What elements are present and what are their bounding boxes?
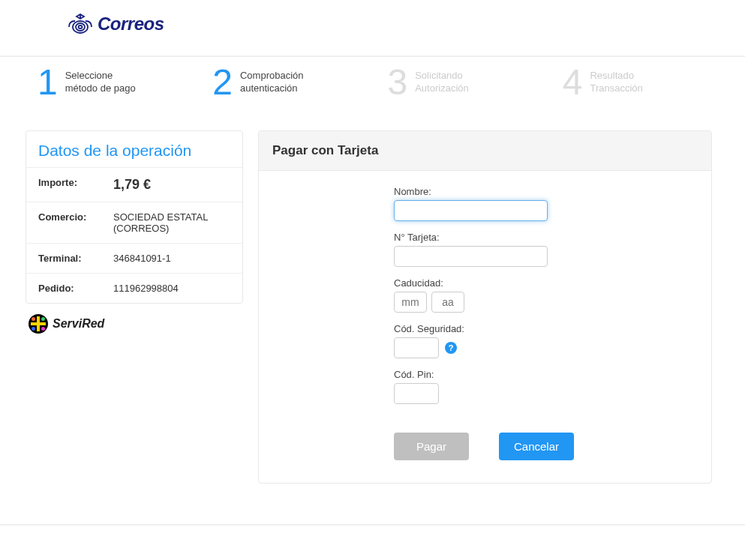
svg-point-1: [76, 23, 85, 31]
row-pedido: Pedido: 111962998804: [26, 273, 242, 303]
expiry-year-input[interactable]: [431, 292, 464, 313]
step-1: 1 Seleccione método de pago: [38, 64, 182, 100]
group-cvv: Cód. Seguridad: ?: [394, 323, 698, 358]
step-3: 3 Solicitando Autorización: [388, 64, 533, 100]
pin-label: Cód. Pin:: [394, 369, 698, 380]
importe-label: Importe:: [38, 177, 113, 193]
pay-button[interactable]: Pagar: [394, 433, 469, 460]
comercio-value: SOCIEDAD ESTATAL (CORREOS): [113, 211, 230, 234]
card-payment-panel: Pagar con Tarjeta Nombre: N° Tarjeta: Ca…: [258, 130, 712, 484]
terminal-label: Terminal:: [38, 253, 113, 264]
step-label: Comprobación autenticación: [240, 70, 304, 95]
group-name: Nombre:: [394, 186, 698, 221]
step-label: Seleccione método de pago: [65, 70, 136, 95]
cvv-label: Cód. Seguridad:: [394, 323, 698, 334]
servired-text: ServiRed: [53, 317, 104, 331]
step-number: 1: [38, 64, 58, 100]
name-input[interactable]: [394, 200, 548, 221]
cancel-button[interactable]: Cancelar: [499, 433, 574, 460]
right-column: Pagar con Tarjeta Nombre: N° Tarjeta: Ca…: [258, 130, 712, 484]
pin-input[interactable]: [394, 383, 439, 404]
operation-panel-title: Datos de la operación: [26, 131, 242, 167]
button-row: Pagar Cancelar: [394, 433, 698, 460]
card-number-input[interactable]: [394, 246, 548, 267]
row-comercio: Comercio: SOCIEDAD ESTATAL (CORREOS): [26, 202, 242, 243]
row-terminal: Terminal: 346841091-1: [26, 243, 242, 273]
group-expiry: Caducidad:: [394, 277, 698, 313]
pedido-label: Pedido:: [38, 283, 113, 294]
card-panel-title: Pagar con Tarjeta: [272, 143, 698, 158]
comercio-label: Comercio:: [38, 211, 113, 234]
card-form: Nombre: N° Tarjeta: Caducidad: Cód. Segu…: [259, 171, 711, 483]
step-number: 3: [388, 64, 408, 100]
brand-logo: Correos: [68, 13, 745, 34]
correos-icon: [68, 13, 93, 34]
step-label: Resultado Transacción: [590, 70, 642, 95]
step-label: Solicitando Autorización: [415, 70, 469, 95]
row-importe: Importe: 1,79 €: [26, 167, 242, 202]
name-label: Nombre:: [394, 186, 698, 197]
group-card-number: N° Tarjeta:: [394, 232, 698, 267]
operation-table: Importe: 1,79 € Comercio: SOCIEDAD ESTAT…: [26, 167, 242, 303]
step-number: 2: [212, 64, 233, 100]
group-pin: Cód. Pin:: [394, 369, 698, 404]
header: Correos: [0, 0, 745, 55]
step-number: 4: [563, 64, 583, 100]
terminal-value: 346841091-1: [113, 253, 230, 264]
left-column: Datos de la operación Importe: 1,79 € Co…: [26, 130, 243, 344]
operation-panel: Datos de la operación Importe: 1,79 € Co…: [26, 130, 243, 304]
importe-value: 1,79 €: [113, 177, 230, 193]
servired-icon: [29, 314, 48, 334]
card-panel-header: Pagar con Tarjeta: [259, 131, 711, 171]
card-number-label: N° Tarjeta:: [394, 232, 698, 243]
brand-name: Correos: [98, 13, 164, 34]
progress-steps: 1 Seleccione método de pago 2 Comprobaci…: [0, 57, 745, 108]
svg-point-2: [79, 25, 83, 28]
cvv-input[interactable]: [394, 337, 439, 358]
pedido-value: 111962998804: [113, 283, 230, 294]
expiry-label: Caducidad:: [394, 277, 698, 289]
main-content: Datos de la operación Importe: 1,79 € Co…: [0, 108, 745, 506]
cvv-help-icon[interactable]: ?: [445, 342, 457, 354]
step-2: 2 Comprobación autenticación: [212, 64, 357, 100]
servired-logo: ServiRed: [26, 304, 243, 344]
expiry-month-input[interactable]: [394, 292, 427, 313]
footer-text: (c) 2014 Redsys Servicios de Procesamien…: [0, 526, 745, 560]
step-4: 4 Resultado Transacción: [563, 64, 707, 100]
